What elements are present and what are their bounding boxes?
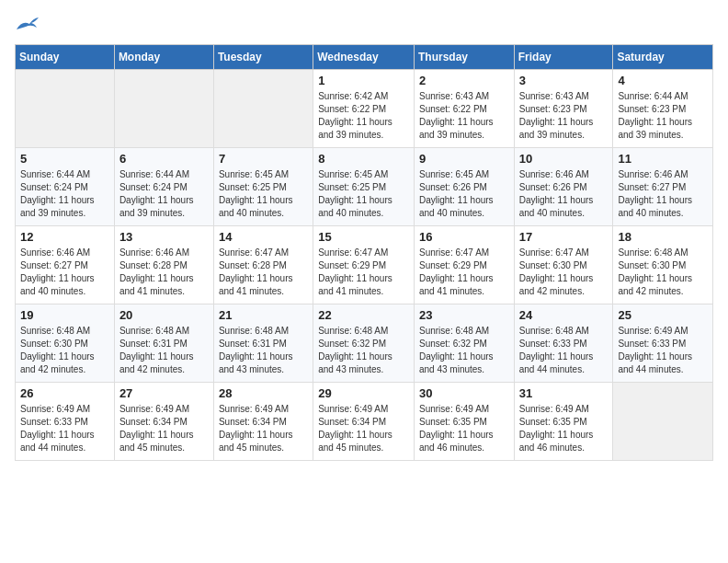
day-number: 23 (419, 308, 509, 322)
day-number: 17 (519, 230, 609, 244)
header-day-sunday: Sunday (16, 45, 115, 70)
calendar-cell: 3Sunrise: 6:43 AMSunset: 6:23 PMDaylight… (514, 70, 613, 148)
day-number: 14 (219, 230, 308, 244)
calendar-cell (16, 70, 115, 148)
day-info: Sunrise: 6:42 AMSunset: 6:22 PMDaylight:… (318, 90, 409, 142)
day-number: 28 (219, 386, 308, 400)
logo (15, 15, 44, 33)
day-number: 6 (119, 152, 209, 166)
day-info: Sunrise: 6:49 AMSunset: 6:34 PMDaylight:… (318, 403, 409, 454)
day-number: 8 (318, 152, 409, 166)
day-info: Sunrise: 6:48 AMSunset: 6:31 PMDaylight:… (219, 325, 308, 376)
day-number: 2 (419, 74, 509, 87)
day-info: Sunrise: 6:49 AMSunset: 6:33 PMDaylight:… (20, 403, 109, 454)
calendar-cell: 31Sunrise: 6:49 AMSunset: 6:35 PMDayligh… (514, 383, 613, 461)
day-number: 30 (419, 386, 509, 400)
calendar-week-3: 12Sunrise: 6:46 AMSunset: 6:27 PMDayligh… (16, 226, 713, 304)
day-number: 15 (318, 230, 409, 244)
day-number: 12 (20, 230, 109, 244)
day-info: Sunrise: 6:46 AMSunset: 6:27 PMDaylight:… (20, 247, 109, 298)
calendar-week-1: 1Sunrise: 6:42 AMSunset: 6:22 PMDaylight… (16, 70, 713, 148)
calendar-cell: 28Sunrise: 6:49 AMSunset: 6:34 PMDayligh… (213, 383, 313, 461)
calendar-cell: 5Sunrise: 6:44 AMSunset: 6:24 PMDaylight… (16, 148, 115, 226)
calendar-cell: 24Sunrise: 6:48 AMSunset: 6:33 PMDayligh… (514, 304, 613, 383)
day-number: 22 (318, 308, 409, 322)
header-day-monday: Monday (114, 45, 213, 70)
day-number: 21 (219, 308, 308, 322)
calendar-cell: 21Sunrise: 6:48 AMSunset: 6:31 PMDayligh… (213, 304, 313, 383)
header-day-tuesday: Tuesday (213, 45, 313, 70)
calendar-body: 1Sunrise: 6:42 AMSunset: 6:22 PMDaylight… (16, 70, 713, 461)
calendar-cell (114, 70, 213, 148)
day-info: Sunrise: 6:45 AMSunset: 6:25 PMDaylight:… (219, 168, 308, 220)
day-info: Sunrise: 6:49 AMSunset: 6:33 PMDaylight:… (618, 325, 708, 376)
calendar-week-5: 26Sunrise: 6:49 AMSunset: 6:33 PMDayligh… (16, 383, 713, 461)
day-info: Sunrise: 6:47 AMSunset: 6:30 PMDaylight:… (519, 247, 609, 298)
day-info: Sunrise: 6:46 AMSunset: 6:28 PMDaylight:… (119, 247, 209, 298)
calendar-cell: 14Sunrise: 6:47 AMSunset: 6:28 PMDayligh… (213, 226, 313, 304)
day-info: Sunrise: 6:45 AMSunset: 6:25 PMDaylight:… (318, 168, 409, 220)
day-number: 9 (419, 152, 509, 166)
day-info: Sunrise: 6:47 AMSunset: 6:29 PMDaylight:… (419, 247, 509, 298)
calendar-cell: 6Sunrise: 6:44 AMSunset: 6:24 PMDaylight… (114, 148, 213, 226)
day-info: Sunrise: 6:49 AMSunset: 6:34 PMDaylight:… (219, 403, 308, 454)
day-info: Sunrise: 6:47 AMSunset: 6:29 PMDaylight:… (318, 247, 409, 298)
calendar-cell (213, 70, 313, 148)
calendar-cell: 12Sunrise: 6:46 AMSunset: 6:27 PMDayligh… (16, 226, 115, 304)
day-info: Sunrise: 6:48 AMSunset: 6:33 PMDaylight:… (519, 325, 609, 376)
day-number: 27 (119, 386, 209, 400)
day-info: Sunrise: 6:48 AMSunset: 6:30 PMDaylight:… (618, 247, 708, 298)
day-number: 26 (20, 386, 109, 400)
calendar-cell: 19Sunrise: 6:48 AMSunset: 6:30 PMDayligh… (16, 304, 115, 383)
day-number: 5 (20, 152, 109, 166)
calendar-cell: 30Sunrise: 6:49 AMSunset: 6:35 PMDayligh… (414, 383, 514, 461)
calendar-cell: 2Sunrise: 6:43 AMSunset: 6:22 PMDaylight… (414, 70, 514, 148)
calendar-cell: 15Sunrise: 6:47 AMSunset: 6:29 PMDayligh… (313, 226, 415, 304)
header-day-thursday: Thursday (414, 45, 514, 70)
calendar-cell (613, 383, 713, 461)
calendar-cell: 26Sunrise: 6:49 AMSunset: 6:33 PMDayligh… (16, 383, 115, 461)
day-info: Sunrise: 6:49 AMSunset: 6:35 PMDaylight:… (419, 403, 509, 454)
page-header (15, 15, 713, 33)
day-number: 4 (618, 74, 708, 87)
calendar-cell: 4Sunrise: 6:44 AMSunset: 6:23 PMDaylight… (613, 70, 713, 148)
calendar-cell: 9Sunrise: 6:45 AMSunset: 6:26 PMDaylight… (414, 148, 514, 226)
day-number: 1 (318, 74, 409, 87)
day-info: Sunrise: 6:44 AMSunset: 6:24 PMDaylight:… (20, 168, 109, 220)
day-number: 31 (519, 386, 609, 400)
day-number: 25 (618, 308, 708, 322)
day-number: 7 (219, 152, 308, 166)
day-info: Sunrise: 6:43 AMSunset: 6:22 PMDaylight:… (419, 90, 509, 142)
calendar-cell: 20Sunrise: 6:48 AMSunset: 6:31 PMDayligh… (114, 304, 213, 383)
calendar-header-row: SundayMondayTuesdayWednesdayThursdayFrid… (16, 45, 713, 70)
calendar-cell: 17Sunrise: 6:47 AMSunset: 6:30 PMDayligh… (514, 226, 613, 304)
header-day-wednesday: Wednesday (313, 45, 415, 70)
calendar-cell: 8Sunrise: 6:45 AMSunset: 6:25 PMDaylight… (313, 148, 415, 226)
day-info: Sunrise: 6:46 AMSunset: 6:26 PMDaylight:… (519, 168, 609, 220)
day-info: Sunrise: 6:48 AMSunset: 6:30 PMDaylight:… (20, 325, 109, 376)
day-number: 11 (618, 152, 708, 166)
day-info: Sunrise: 6:48 AMSunset: 6:32 PMDaylight:… (419, 325, 509, 376)
day-info: Sunrise: 6:43 AMSunset: 6:23 PMDaylight:… (519, 90, 609, 142)
day-number: 16 (419, 230, 509, 244)
calendar-cell: 1Sunrise: 6:42 AMSunset: 6:22 PMDaylight… (313, 70, 415, 148)
day-info: Sunrise: 6:45 AMSunset: 6:26 PMDaylight:… (419, 168, 509, 220)
calendar-cell: 16Sunrise: 6:47 AMSunset: 6:29 PMDayligh… (414, 226, 514, 304)
day-info: Sunrise: 6:48 AMSunset: 6:31 PMDaylight:… (119, 325, 209, 376)
calendar-cell: 13Sunrise: 6:46 AMSunset: 6:28 PMDayligh… (114, 226, 213, 304)
day-number: 29 (318, 386, 409, 400)
day-info: Sunrise: 6:44 AMSunset: 6:24 PMDaylight:… (119, 168, 209, 220)
calendar-cell: 25Sunrise: 6:49 AMSunset: 6:33 PMDayligh… (613, 304, 713, 383)
day-number: 24 (519, 308, 609, 322)
day-number: 18 (618, 230, 708, 244)
logo-bird-icon (15, 15, 40, 33)
calendar-week-4: 19Sunrise: 6:48 AMSunset: 6:30 PMDayligh… (16, 304, 713, 383)
day-info: Sunrise: 6:48 AMSunset: 6:32 PMDaylight:… (318, 325, 409, 376)
calendar-cell: 10Sunrise: 6:46 AMSunset: 6:26 PMDayligh… (514, 148, 613, 226)
day-info: Sunrise: 6:49 AMSunset: 6:35 PMDaylight:… (519, 403, 609, 454)
day-number: 19 (20, 308, 109, 322)
day-number: 3 (519, 74, 609, 87)
calendar-cell: 23Sunrise: 6:48 AMSunset: 6:32 PMDayligh… (414, 304, 514, 383)
calendar-cell: 22Sunrise: 6:48 AMSunset: 6:32 PMDayligh… (313, 304, 415, 383)
day-number: 13 (119, 230, 209, 244)
